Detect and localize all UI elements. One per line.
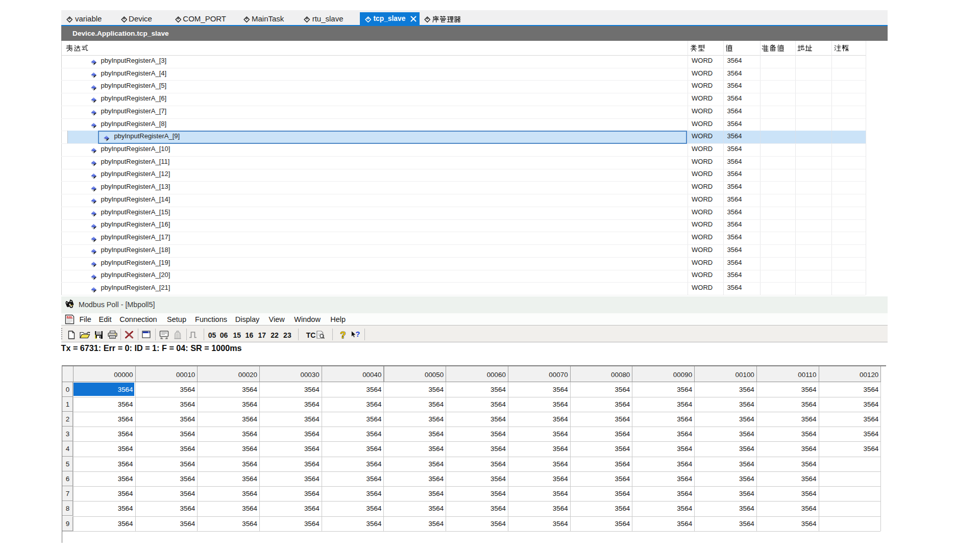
svg-text:?: ? [340,330,346,340]
svg-text:?: ? [356,330,360,338]
